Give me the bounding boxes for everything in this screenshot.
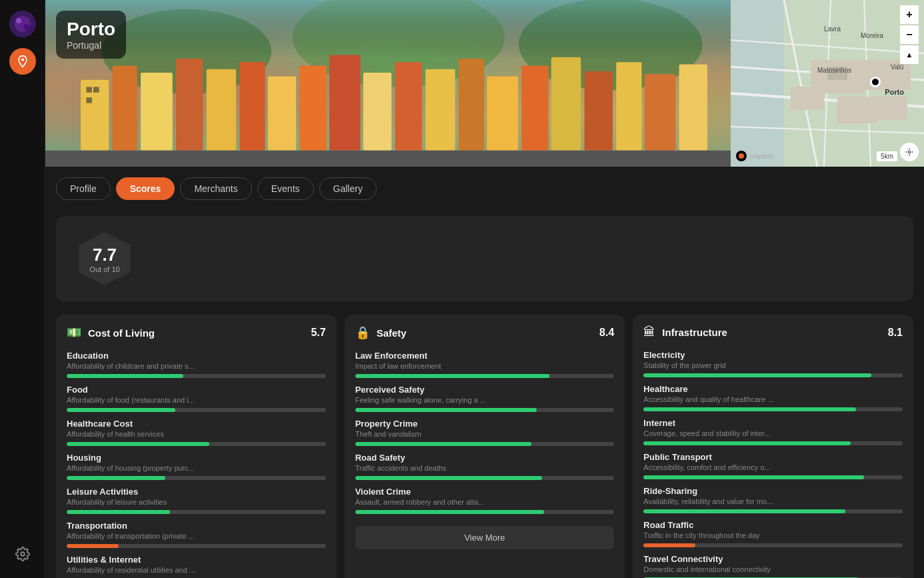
- card-cost-of-living: 💵 Cost of Living 5.7 Education Affordabi…: [56, 315, 337, 578]
- bar-track: [67, 544, 326, 548]
- bar-fill: [355, 510, 545, 514]
- metric-name: Ride-Sharing: [643, 486, 903, 496]
- hero-image: Porto Portugal: [45, 0, 731, 167]
- zoom-in-button[interactable]: +: [900, 5, 919, 24]
- bar-track: [355, 374, 615, 378]
- country-name: Portugal: [67, 40, 115, 51]
- metric-name: Transportation: [67, 521, 326, 531]
- metric-desc: Affordability of leisure activities: [67, 498, 326, 506]
- metric-name: Healthcare: [643, 384, 903, 394]
- metric-name: Healthcare Cost: [67, 419, 326, 429]
- svg-rect-28: [645, 74, 676, 150]
- sidebar: [0, 0, 45, 578]
- bar-track: [355, 408, 615, 412]
- svg-rect-34: [45, 0, 731, 59]
- bar-track: [643, 509, 903, 513]
- mapbox-logo: mapbox: [736, 151, 773, 161]
- bar-track: [355, 476, 615, 480]
- svg-rect-18: [329, 55, 361, 151]
- svg-rect-13: [176, 59, 203, 151]
- location-nav-icon[interactable]: [9, 48, 36, 75]
- bar-fill: [67, 510, 170, 514]
- svg-rect-47: [791, 87, 824, 110]
- map-label-lavra: Lavra: [824, 25, 841, 33]
- bar-track: [355, 442, 615, 446]
- map-scale: 5km: [877, 151, 897, 161]
- location-button[interactable]: [900, 143, 919, 161]
- metric-desc: Domestic and international connectivity: [643, 565, 903, 573]
- card-title: Cost of Living: [88, 327, 155, 339]
- map-controls: + − ▲: [900, 5, 919, 64]
- bar-fill: [643, 441, 851, 445]
- card-title: Infrastructure: [662, 327, 727, 338]
- svg-rect-36: [731, 0, 784, 167]
- metric-desc: Traffic accidents and deaths: [355, 464, 615, 472]
- metric-desc: Affordability of childcare and private s…: [67, 362, 326, 370]
- metric-desc: Coverage, speed and stability of inter..…: [643, 429, 903, 437]
- cards-grid: 💵 Cost of Living 5.7 Education Affordabi…: [45, 307, 924, 578]
- bar-track: [67, 476, 326, 480]
- metric-desc: Accessibility, comfort and efficiency o.…: [643, 463, 903, 471]
- svg-rect-12: [141, 73, 173, 151]
- settings-icon[interactable]: [9, 541, 36, 567]
- bar-fill: [643, 543, 695, 547]
- score-badge: 7.7 Out of 10: [75, 232, 135, 285]
- zoom-out-button[interactable]: −: [900, 25, 919, 44]
- tab-merchants[interactable]: Merchants: [180, 177, 251, 200]
- metric-desc: Accessibility and quality of healthcare …: [643, 395, 903, 403]
- bar-track: [643, 441, 903, 445]
- bar-fill: [355, 408, 537, 412]
- bar-fill: [67, 408, 175, 412]
- svg-rect-21: [425, 69, 455, 151]
- avatar[interactable]: [9, 11, 36, 37]
- svg-point-3: [23, 24, 30, 31]
- card-infrastructure: 🏛 Infrastructure 8.1 Electricity Stabili…: [633, 315, 913, 578]
- metric-desc: Stability of the power grid: [643, 361, 903, 369]
- bar-track: [67, 510, 326, 514]
- card-title-row: 🏛 Infrastructure: [643, 325, 727, 339]
- map-label-moreira: Moreira: [861, 32, 883, 39]
- bar-track: [643, 543, 903, 547]
- reset-north-button[interactable]: ▲: [900, 45, 919, 64]
- bar-track: [643, 475, 903, 479]
- card-score: 8.1: [888, 327, 903, 339]
- svg-rect-14: [207, 69, 237, 151]
- metric-row: Ride-Sharing Availability, reliability a…: [643, 486, 903, 513]
- tab-profile[interactable]: Profile: [56, 177, 111, 200]
- metric-row: Electricity Stability of the power grid: [643, 350, 903, 377]
- svg-rect-22: [459, 59, 484, 151]
- metric-row: Utilities & Internet Affordability of re…: [67, 555, 326, 578]
- svg-rect-24: [521, 66, 548, 151]
- hero-section: Porto Portugal: [45, 0, 924, 167]
- metric-row: Leisure Activities Affordability of leis…: [67, 487, 326, 514]
- score-label: Out of 10: [89, 265, 119, 273]
- svg-point-2: [16, 18, 21, 23]
- tab-scores[interactable]: Scores: [116, 177, 175, 200]
- view-more-button[interactable]: View More: [355, 526, 615, 549]
- metric-desc: Availability, reliability and value for …: [643, 497, 903, 505]
- metric-row: Food Affordability of food (restaurants …: [67, 385, 326, 412]
- svg-rect-33: [45, 151, 731, 167]
- bar-fill: [643, 509, 845, 513]
- metric-name: Leisure Activities: [67, 487, 326, 497]
- card-title-row: 🔒 Safety: [355, 325, 407, 340]
- sidebar-bottom: [9, 541, 36, 567]
- card-score: 8.4: [599, 327, 614, 339]
- metric-desc: Affordability of health services: [67, 430, 326, 438]
- bar-fill: [355, 374, 550, 378]
- score-value: 7.7: [93, 245, 117, 265]
- bar-track: [67, 408, 326, 412]
- metric-row: Housing Affordability of housing (proper…: [67, 453, 326, 480]
- svg-rect-26: [585, 71, 613, 151]
- city-name: Porto: [67, 19, 115, 40]
- metric-desc: Affordability of food (restaurants and i…: [67, 396, 326, 404]
- svg-rect-32: [86, 97, 91, 103]
- tab-gallery[interactable]: Gallery: [319, 177, 377, 200]
- bar-fill: [67, 374, 183, 378]
- map-marker: [870, 77, 881, 87]
- metric-row: Perceived Safety Feeling safe walking al…: [355, 385, 615, 412]
- tab-events[interactable]: Events: [257, 177, 314, 200]
- bar-fill: [67, 476, 165, 480]
- metric-row: Travel Connectivity Domestic and interna…: [643, 554, 903, 578]
- metric-desc: Affordability of housing (property purc.…: [67, 464, 326, 472]
